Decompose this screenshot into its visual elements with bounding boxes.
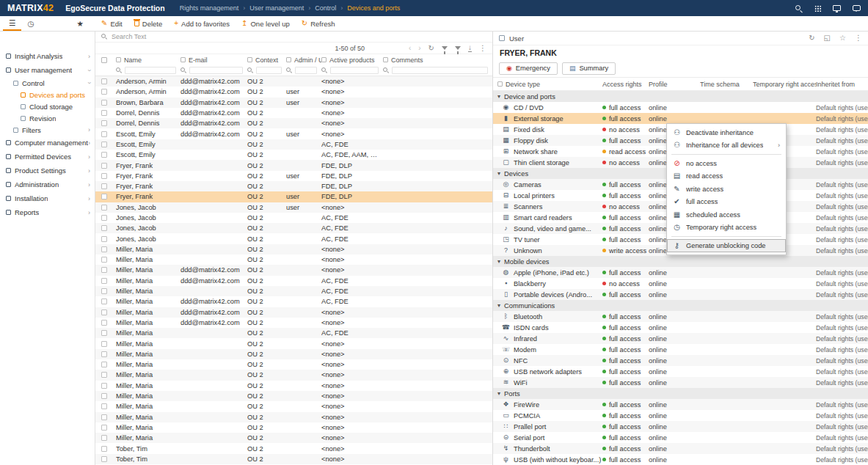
sidebar-item-revision[interactable]: Revision	[0, 112, 95, 124]
user-row[interactable]: Fryer, FrankOU 2userFDE, DLP	[95, 171, 492, 181]
row-checkbox[interactable]	[101, 205, 107, 210]
device-group-mobile-devices[interactable]: ▾Mobile devices	[493, 256, 868, 267]
user-row[interactable]: Miller, MariaOU 2<none>	[95, 433, 492, 443]
row-checkbox[interactable]	[101, 299, 107, 304]
user-row[interactable]: Miller, MariaOU 2<none>	[95, 255, 492, 265]
user-row[interactable]: Miller, Mariaddd@matrix42.comOU 2<none>	[95, 307, 492, 318]
row-checkbox[interactable]	[101, 383, 107, 389]
device-row[interactable]: ᛒBluetoothfull accessonlineDefault right…	[493, 311, 868, 322]
row-checkbox[interactable]	[101, 142, 107, 147]
matrix42-logo[interactable]: MATRIX42	[7, 3, 54, 13]
list-view-icon[interactable]: ☰	[3, 16, 21, 31]
device-row[interactable]: ◉CD / DVDfull accessonlineDefault rights…	[493, 102, 868, 113]
sidebar-item-control[interactable]: Control›	[0, 77, 95, 89]
column-header-context[interactable]: Context	[247, 56, 286, 64]
device-group-device-and-ports[interactable]: ▾Device and ports	[493, 91, 868, 102]
column-header-admin-user[interactable]: Admin / User	[286, 56, 321, 64]
column-header-access-rights[interactable]: Access rights	[602, 81, 649, 88]
search-input[interactable]	[112, 33, 486, 40]
column-header-e-mail[interactable]: E-mail	[180, 56, 247, 64]
user-row[interactable]: Jones, JacobOU 2AC, FDE	[95, 213, 492, 223]
menu-item-no-access[interactable]: ⊘no access	[667, 157, 786, 170]
row-checkbox[interactable]	[101, 173, 107, 179]
user-row[interactable]: Anderson, Arminddd@matrix42.comOU 2user<…	[95, 87, 492, 97]
sidebar-item-administration[interactable]: Administration›	[0, 177, 95, 191]
refresh-icon[interactable]: ↻	[809, 34, 814, 42]
device-group-communications[interactable]: ▾Communications	[493, 300, 868, 311]
user-row[interactable]: Dorrel, Dennisddd@matrix42.comOU 2<none>	[95, 108, 492, 118]
user-row[interactable]: Miller, Mariaddd@matrix42.comOU 2AC, FDE	[95, 296, 492, 307]
user-row[interactable]: Fryer, FrankOU 2FDE, DLP	[95, 181, 492, 191]
user-row[interactable]: Miller, Mariaddd@matrix42.comOU 2<none>	[95, 265, 492, 275]
filter-input-e-mail[interactable]	[189, 67, 243, 74]
add-to-favorites-button[interactable]: +Add to favorites	[174, 20, 230, 28]
user-row[interactable]: Dorrel, Dennisddd@matrix42.comOU 2<none>	[95, 118, 492, 128]
filter-input-context[interactable]	[256, 67, 282, 74]
user-row[interactable]: Fryer, FrankOU 2FDE, DLP	[95, 160, 492, 170]
row-checkbox[interactable]	[101, 225, 107, 231]
row-checkbox[interactable]	[101, 351, 107, 357]
device-row[interactable]: ▯Portable devices (Andro...full accesson…	[493, 289, 868, 300]
column-header-inheritet-from[interactable]: Inheritet from	[816, 81, 868, 88]
monitor-icon[interactable]	[833, 5, 841, 11]
row-checkbox[interactable]	[101, 403, 107, 409]
filter-icon[interactable]	[442, 46, 448, 50]
column-header-device-type[interactable]: Device type	[497, 81, 602, 88]
row-checkbox[interactable]	[101, 120, 107, 126]
user-row[interactable]: Miller, MariaOU 2<none>	[95, 359, 492, 370]
device-row[interactable]: ▪Blackberryno accessonlineDefault rights…	[493, 278, 868, 289]
breadcrumb-item-control[interactable]: Control	[315, 4, 336, 12]
favorite-star-icon[interactable]: ☆	[839, 34, 846, 42]
sidebar-item-permitted-devices[interactable]: Permitted Devices›	[0, 150, 95, 164]
device-row[interactable]: ▮External storagefull accessonlineDefaul…	[493, 113, 868, 124]
row-checkbox[interactable]	[101, 152, 107, 158]
device-row[interactable]: ∷Prallel portfull accessonlineDefault ri…	[493, 421, 868, 432]
row-checkbox[interactable]	[101, 267, 107, 273]
user-row[interactable]: Jones, JacobOU 2AC, FDE	[95, 233, 492, 244]
row-checkbox[interactable]	[101, 310, 107, 315]
refresh-button[interactable]: ↻Refresh	[302, 20, 335, 28]
device-row[interactable]: ≋WiFifull accessonlineDefault rights (us…	[493, 377, 868, 388]
user-row[interactable]: Miller, MariaOU 2AC, FDE	[95, 328, 492, 338]
user-row[interactable]: Fryer, FrankOU 2userFDE, DLP	[95, 191, 492, 202]
row-checkbox[interactable]	[101, 110, 107, 116]
breadcrumb-item-user-management[interactable]: User management	[249, 4, 304, 12]
sidebar-item-reports[interactable]: Reports›	[0, 205, 95, 219]
sidebar-item-filters[interactable]: Filters›	[0, 124, 95, 136]
row-checkbox[interactable]	[101, 446, 107, 452]
device-row[interactable]: ⊙NFCfull accessonlineDefault rights (use…	[493, 355, 868, 366]
device-row[interactable]: ◍Apple (iPhone, iPad etc.)full accessonl…	[493, 267, 868, 278]
row-checkbox[interactable]	[101, 362, 107, 367]
menu-item-read-access[interactable]: ▤read access	[667, 170, 786, 183]
row-checkbox[interactable]	[101, 78, 107, 84]
sidebar-item-devices-and-ports[interactable]: Devices and ports	[0, 89, 95, 100]
one-level-up-button[interactable]: ↥One level up	[241, 20, 290, 28]
refresh-icon[interactable]: ↻	[428, 45, 434, 52]
row-checkbox[interactable]	[101, 163, 107, 169]
device-row[interactable]: ↯Thunderboltfull accessonlineDefault rig…	[493, 443, 868, 454]
menu-item-scheduled-access[interactable]: ▦scheduled access	[667, 208, 786, 221]
download-icon[interactable]: ↓	[468, 44, 472, 52]
filter-input-admin-user[interactable]	[295, 67, 317, 74]
app-launcher-icon[interactable]	[814, 5, 821, 12]
user-row[interactable]: Miller, MariaOU 2<none>	[95, 244, 492, 255]
row-checkbox[interactable]	[101, 425, 107, 431]
user-row[interactable]: Brown, Barbaraddd@matrix42.comOU 2user<n…	[95, 98, 492, 108]
sidebar-item-user-management[interactable]: User management›	[0, 63, 95, 77]
breadcrumb-item-rights-management[interactable]: Rights management	[180, 4, 239, 12]
device-row[interactable]: ▭PCMCIAfull accessonlineDefault rights (…	[493, 410, 868, 421]
user-row[interactable]: Escott, Emilyddd@matrix42.comOU 2user<no…	[95, 128, 492, 139]
column-header-temporary-right-access[interactable]: Temporary right access	[753, 81, 816, 88]
menu-item-write-access[interactable]: ✎write access	[667, 183, 786, 196]
row-checkbox[interactable]	[101, 278, 107, 284]
sidebar-item-insight-analysis[interactable]: Insight Analysis›	[0, 49, 95, 63]
user-row[interactable]: Miller, MariaOU 2<none>	[95, 422, 492, 433]
row-checkbox[interactable]	[101, 330, 107, 336]
device-row[interactable]: ⊝Serial portfull accessonlineDefault rig…	[493, 432, 868, 443]
row-checkbox[interactable]	[101, 183, 107, 189]
row-checkbox[interactable]	[101, 393, 107, 399]
row-checkbox[interactable]	[101, 89, 107, 95]
user-row[interactable]: Miller, MariaOU 2<none>	[95, 381, 492, 391]
menu-item-deactivate-inheritance[interactable]: ⚇Deactivate inheritance	[667, 126, 786, 139]
user-row[interactable]: Miller, MariaOU 2<none>	[95, 338, 492, 348]
